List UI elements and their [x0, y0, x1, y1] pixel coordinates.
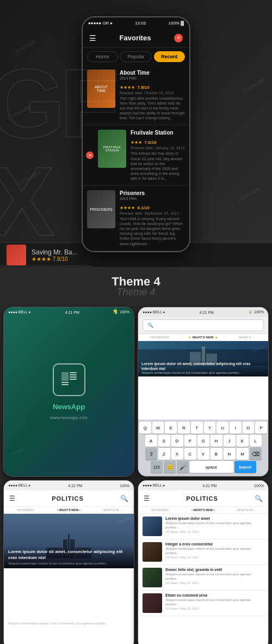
splash-time: 4:21 PM: [65, 311, 79, 314]
key-n[interactable]: N: [224, 448, 236, 460]
tab-whats-new[interactable]: WHAT'S NEW: [182, 334, 225, 341]
news-item-title-2: Integer a eros consectetur: [165, 542, 264, 546]
movie-stars: ★★★★: [120, 85, 135, 90]
key-v[interactable]: V: [197, 448, 209, 460]
key-u[interactable]: U: [217, 422, 228, 434]
key-p[interactable]: P: [255, 422, 267, 434]
pol-tab-whats-new[interactable]: • WHAT'S NEW •: [47, 507, 91, 513]
status-time: 13:03: [135, 21, 146, 26]
newspaper-icon: [59, 370, 79, 390]
key-w[interactable]: W: [152, 422, 164, 434]
keyboard-row-2: A S D F G H J K L: [139, 435, 267, 447]
key-j[interactable]: J: [224, 435, 236, 447]
close-button[interactable]: ✕: [174, 34, 183, 42]
movie-item-about-time[interactable]: ABOUTTIME About Time 2013 Film ★★★★ 7.8/…: [83, 65, 189, 125]
keyboard: Q W E R T Y U I O P A S D F G H: [138, 420, 268, 476]
politics-hero-overlay: Lorem ipsum dolor sit amet, consectetur …: [4, 546, 134, 568]
news-item-desc-3: Aliquam scelerisque mauris id dui consec…: [165, 573, 264, 580]
key-space[interactable]: space: [190, 461, 233, 473]
key-m[interactable]: M: [237, 448, 249, 460]
pol-list-menu-icon[interactable]: ☰: [144, 495, 150, 502]
movie-item-fruitvale[interactable]: ✕ FRUITVALESTATION Fruitvale Station ★★★…: [83, 125, 189, 186]
key-c[interactable]: C: [184, 448, 196, 460]
key-o[interactable]: O: [243, 422, 255, 434]
news-thumb-4: [143, 593, 162, 613]
key-shift[interactable]: ⇧: [145, 448, 157, 460]
politics-header: ☰ POLITICS 🔍: [4, 490, 134, 507]
movie-stars: ★★★★: [120, 205, 135, 210]
movie-rating-row: ★★★★ 7.8/10: [120, 81, 185, 91]
poster-label: ABOUTTIME: [87, 70, 115, 108]
filter-horror[interactable]: Horror: [87, 51, 118, 62]
key-q[interactable]: Q: [139, 422, 151, 434]
key-b[interactable]: B: [211, 448, 222, 460]
pol-list-yesterday[interactable]: YESTERDAY: [138, 507, 182, 513]
key-l[interactable]: L: [250, 435, 262, 447]
news-list-item-4[interactable]: Etiam eu cuismod urna Aliquam scelerisqu…: [138, 591, 268, 616]
news-item-meta-1: US News • May 18, 2015: [165, 530, 264, 533]
key-numbers[interactable]: 123: [151, 461, 163, 473]
politics-list-screen: ●●●● BELL ▸ 4:21 PM 100% ☰ POLITICS 🔍 YE…: [138, 481, 268, 644]
key-y[interactable]: Y: [204, 422, 216, 434]
splash-carrier: ●●●● BELL ▸: [8, 310, 31, 314]
movie-item-prisoners[interactable]: PRISONERS Prisoners 2013 Film ★★★★ 8.1/1…: [83, 186, 189, 251]
news-list-item-3[interactable]: Donec felis nisl, gravida in velit Aliqu…: [138, 565, 268, 591]
newsapp-splash-phone: ●●●● BELL ▸ 4:21 PM 🔋 100% ⚡: [3, 307, 134, 477]
key-d[interactable]: D: [171, 435, 183, 447]
key-t[interactable]: T: [191, 422, 203, 434]
pol-list-whats-ho[interactable]: WHAT'S HO...: [225, 507, 268, 513]
phones-grid: ●●●● BELL ▸ 4:21 PM 🔋 100% ⚡: [0, 303, 272, 644]
key-r[interactable]: R: [178, 422, 190, 434]
news-list-item-2[interactable]: Integer a eros consectetur Aliquam scele…: [138, 539, 268, 565]
key-emoji[interactable]: 😊: [164, 461, 176, 473]
search-status-bar: ●●●● BELL ▸ 4:21 PM 🔋 100%: [138, 307, 268, 317]
search-phone-screen: ●●●● BELL ▸ 4:21 PM 🔋 100% 🔍 YESTERDAY W…: [138, 307, 268, 476]
phone-status-bar: ●●●●● GR ▸ 13:03 100% ▓: [83, 17, 189, 28]
movie-meta: 2013 Film: [120, 76, 185, 80]
pol-menu-icon[interactable]: ☰: [9, 495, 15, 502]
tab-yesterday[interactable]: YESTERDAY: [138, 334, 182, 341]
hamburger-icon[interactable]: ☰: [89, 34, 96, 42]
search-input-field[interactable]: 🔍: [143, 319, 264, 331]
tab-whats-more[interactable]: WHAT'S...: [225, 334, 268, 341]
movie-score: 7.6/10: [144, 140, 156, 145]
politics-hero-phone: ●●●● BELL ▸ 4:21 PM 100% ☰ POLITICS 🔍 YE…: [3, 480, 134, 644]
news-list-item-1[interactable]: Lorem ipsum dolor amet Aliquam scelerisq…: [138, 514, 268, 539]
movie-info-prisoners: Prisoners 2013 Film ★★★★ 8.1/10 Release …: [120, 190, 185, 246]
key-mic[interactable]: 🎤: [177, 461, 189, 473]
watermark-envato: ©envato: [9, 447, 26, 457]
pol-tab-whats-hi[interactable]: WHAT'S HI...: [90, 507, 134, 513]
movie-app-section: Saving Mr. Ba... ★★★★ 7.8/10 ©envato ©en…: [0, 0, 272, 267]
filter-popular[interactable]: Popular: [120, 51, 151, 62]
delete-button[interactable]: ✕: [86, 151, 94, 159]
news-hero-image: Lorem ipsum dolor sit amet, consectetur …: [138, 341, 268, 376]
key-i[interactable]: I: [230, 422, 242, 434]
key-h[interactable]: H: [211, 435, 222, 447]
movie-meta: 2013 Film: [120, 197, 185, 201]
newsapp-icon-box: [53, 363, 85, 396]
key-z[interactable]: Z: [158, 448, 170, 460]
key-a[interactable]: A: [145, 435, 157, 447]
poster-label: PRISONERS: [87, 190, 115, 228]
search-time: 4:21 PM: [200, 311, 214, 314]
key-e[interactable]: E: [165, 422, 177, 434]
key-f[interactable]: F: [184, 435, 196, 447]
key-s[interactable]: S: [158, 435, 170, 447]
politics-headline: Lorem ipsum dolor sit amet, consectetur …: [8, 549, 129, 561]
search-button[interactable]: Search: [234, 461, 256, 473]
movie-score: 7.8/10: [137, 85, 149, 90]
news-thumb-2: [143, 542, 162, 562]
news-item-desc-4: Aliquam scelerisque mauris id dui consec…: [165, 598, 264, 606]
pol-list-search-icon[interactable]: 🔍: [255, 495, 263, 502]
newsapp-splash-screen: ●●●● BELL ▸ 4:21 PM 🔋 100% ⚡: [4, 307, 134, 476]
filter-recent[interactable]: Recent: [154, 51, 185, 62]
pol-search-icon[interactable]: 🔍: [120, 495, 128, 502]
pol-tab-yesterday[interactable]: YESTERDAY: [4, 507, 47, 513]
key-backspace[interactable]: ⌫: [250, 448, 262, 460]
key-g[interactable]: G: [197, 435, 209, 447]
key-k[interactable]: K: [237, 435, 249, 447]
pol-list-whats-new[interactable]: • WHAT'S NEW •: [182, 507, 225, 513]
movie-list: ABOUTTIME About Time 2013 Film ★★★★ 7.8/…: [83, 65, 189, 251]
key-x[interactable]: X: [171, 448, 183, 460]
politics-title: POLITICS: [52, 495, 84, 502]
